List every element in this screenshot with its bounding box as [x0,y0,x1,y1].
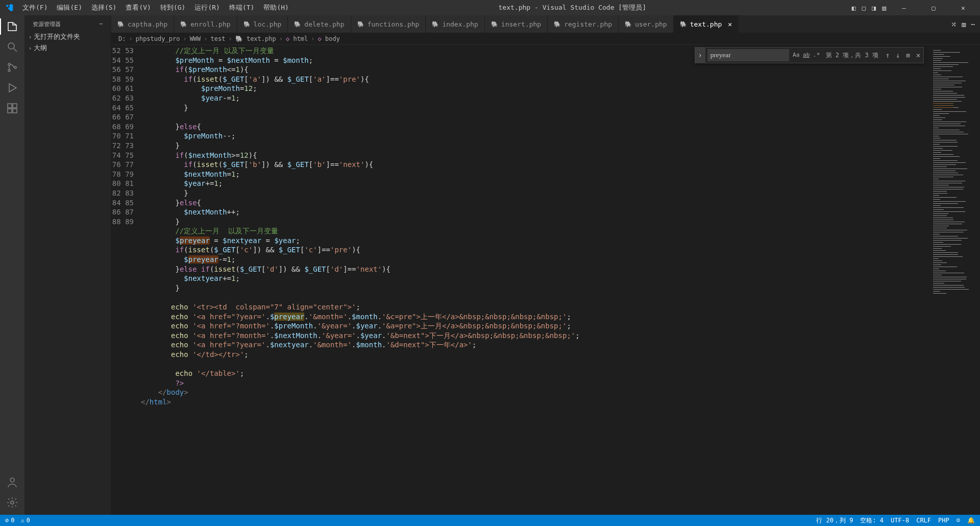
indentation[interactable]: 空格: 4 [860,516,884,525]
tab-label: loc.php [254,20,282,28]
menu-terminal[interactable]: 终端(T) [225,2,258,13]
crumb[interactable]: ◇ body [318,35,340,42]
sidebar: 资源管理器⋯ ›无打开的文件夹 ›大纲 [24,15,111,515]
tab-text-php[interactable]: 🐘text.php✕ [674,15,739,33]
tab-functions-php[interactable]: 🐘functions.php [351,15,426,33]
match-case-icon[interactable]: Aa [791,50,801,60]
language-mode[interactable]: PHP [938,516,949,525]
feedback-icon[interactable]: ☺ [957,516,960,525]
panel-right-icon[interactable]: ◨ [872,4,876,12]
tab-register-php[interactable]: 🐘register.php [548,15,619,33]
crumb[interactable]: ◇ html [286,35,308,42]
explorer-icon[interactable] [6,20,18,33]
tab-captha-php[interactable]: 🐘captha.php [111,15,174,33]
find-results: 第 2 项，共 3 项 [822,51,883,60]
menu-help[interactable]: 帮助(H) [259,2,292,13]
panel-left-icon[interactable]: ◧ [852,4,856,12]
menu-go[interactable]: 转到(G) [156,2,189,13]
window-title: text.php - Visual Studio Code [管理员] [293,3,852,12]
tab-label: register.php [564,20,612,28]
tab-delete-php[interactable]: 🐘delete.php [288,15,351,33]
extensions-icon[interactable] [6,102,18,114]
svg-point-2 [8,69,10,71]
find-selection-icon[interactable]: ≡ [903,50,913,60]
encoding[interactable]: UTF-8 [891,516,909,525]
tab-label: insert.php [501,20,541,28]
menu-run[interactable]: 运行(R) [190,2,224,13]
tab-label: index.php [442,20,478,28]
find-replace-toggle[interactable]: › [695,47,705,63]
editor-area: 🐘captha.php🐘enroll.php🐘loc.php🐘delete.ph… [111,15,980,515]
find-input[interactable] [707,49,789,61]
warning-count[interactable]: ⚠ 0 [20,517,30,524]
compare-icon[interactable]: ⤭ [951,20,957,28]
editor[interactable]: 52 53 54 55 56 57 58 59 60 61 62 63 64 6… [111,45,980,515]
svg-point-9 [11,501,14,504]
minimap[interactable] [931,45,980,515]
notifications-icon[interactable]: 🔔 [967,516,975,525]
php-file-icon: 🐘 [554,21,561,28]
sidebar-row-label: 大纲 [34,43,47,53]
cursor-position[interactable]: 行 20，列 9 [816,516,853,525]
activity-bar [0,15,24,515]
error-count[interactable]: ⊘ 0 [5,517,14,524]
crumb[interactable]: D: [118,35,126,42]
svg-rect-6 [13,109,17,113]
sidebar-more-icon[interactable]: ⋯ [99,20,103,28]
php-file-icon: 🐘 [117,21,125,28]
php-file-icon: 🐘 [243,21,251,28]
crumb[interactable]: test [211,35,226,42]
account-icon[interactable] [6,476,18,488]
tab-user-php[interactable]: 🐘user.php [619,15,674,33]
search-icon[interactable] [6,41,18,53]
crumb[interactable]: phpstudy_pro [136,35,180,42]
tab-label: functions.php [368,20,420,28]
error-count-value: 0 [11,517,14,524]
panel-bottom-icon[interactable]: ▢ [862,4,866,12]
minimize-button[interactable]: — [892,0,916,15]
find-close-icon[interactable]: ✕ [913,50,923,60]
menu-file[interactable]: 文件(F) [18,2,52,13]
php-file-icon: 🐘 [491,21,498,28]
match-word-icon[interactable]: ab [801,50,812,60]
close-button[interactable]: ✕ [951,0,975,15]
settings-gear-icon[interactable] [6,496,18,509]
find-next-icon[interactable]: ↓ [893,50,903,60]
crumb[interactable]: 🐘 text.php [235,35,276,42]
sidebar-row-label: 无打开的文件夹 [34,32,80,41]
tab-row: 🐘captha.php🐘enroll.php🐘loc.php🐘delete.ph… [111,15,980,33]
find-widget: › Aa ab .* 第 2 项，共 3 项 ↑ ↓ ≡ ✕ [695,47,924,63]
svg-point-3 [14,66,16,68]
tab-loc-php[interactable]: 🐘loc.php [237,15,288,33]
sidebar-row-outline[interactable]: ›大纲 [24,42,111,54]
find-prev-icon[interactable]: ↑ [883,50,893,60]
maximize-button[interactable]: ▢ [922,0,945,15]
tab-enroll-php[interactable]: 🐘enroll.php [174,15,237,33]
crumb[interactable]: WWW [190,35,201,42]
regex-icon[interactable]: .* [812,50,822,60]
breadcrumb[interactable]: D:›phpstudy_pro›WWW›test›🐘 text.php›◇ ht… [111,33,980,45]
menu-view[interactable]: 查看(V) [121,2,155,13]
tab-close-icon[interactable]: ✕ [728,20,732,28]
source-control-icon[interactable] [6,61,18,74]
more-icon[interactable]: ⋯ [971,20,975,28]
sidebar-row-no-folder[interactable]: ›无打开的文件夹 [24,31,111,42]
chevron-right-icon: › [29,45,32,51]
eol[interactable]: CRLF [916,516,931,525]
split-editor-icon[interactable]: ▥ [962,20,966,28]
layout-icon[interactable]: ▥ [882,4,886,12]
tab-index-php[interactable]: 🐘index.php [426,15,484,33]
tab-insert-php[interactable]: 🐘insert.php [485,15,548,33]
menu-edit[interactable]: 编辑(E) [53,2,86,13]
svg-point-8 [10,478,14,482]
code[interactable]: //定义上一月 以及下一月变量 $preMonth = $nextMonth =… [141,45,980,515]
php-file-icon: 🐘 [432,21,439,28]
gutter: 52 53 54 55 56 57 58 59 60 61 62 63 64 6… [111,45,141,515]
menu-selection[interactable]: 选择(S) [87,2,120,13]
svg-rect-7 [13,104,17,108]
menubar: 文件(F) 编辑(E) 选择(S) 查看(V) 转到(G) 运行(R) 终端(T… [18,2,293,13]
php-file-icon: 🐘 [680,21,687,28]
tab-label: enroll.php [190,20,230,28]
run-debug-icon[interactable] [6,82,18,94]
tab-label: delete.php [304,20,344,28]
